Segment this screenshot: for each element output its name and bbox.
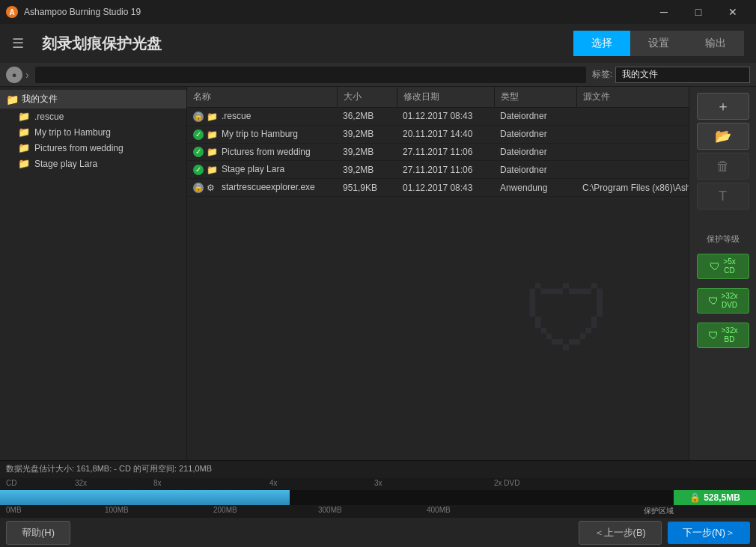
breadcrumb-path[interactable] [35,67,586,83]
tree-item-rescue[interactable]: 📁 .rescue [0,109,186,124]
cap-tick-2xdvd: 2x DVD [494,479,519,487]
page-title: 刻录划痕保护光盘 [42,34,561,54]
tree-item-stageplay[interactable]: 📁 Stage play Lara [0,156,186,171]
tab-select[interactable]: 选择 [573,31,630,56]
folder-open-icon: 📂 [715,128,731,144]
folder-icon: 📁 [18,142,30,153]
table-row[interactable]: 🔒📁.rescue36,2MB01.12.2017 08:43Dateiordn… [187,108,689,126]
file-name-text: .rescue [222,111,251,121]
cap-bar-fill [0,490,290,505]
cap-tick-3x: 3x [374,479,382,487]
add-icon: ＋ [716,97,730,115]
protection-badge-bd[interactable]: 🛡 >32xBD [697,323,749,348]
status-bar: 数据光盘估计大小: 161,8MB: - CD 的可用空间: 211,0MB [0,460,756,477]
col-header-size[interactable]: 大小 [337,87,397,108]
cap-mb-200: 200MB [213,506,237,514]
folder-icon: 📁 [18,126,30,138]
cap-tick-32x: 32x [75,479,87,487]
tree-item-hamburg[interactable]: 📁 My trip to Hamburg [0,124,186,140]
side-actions-panel: ＋ 📂 🗑 T 保护等级 🛡 >5xCD 🛡 >32xDVD 🛡 >32xBD [689,87,756,460]
text-button[interactable]: T [697,183,749,210]
files-table: 名称 大小 修改日期 类型 源文件 🔒📁.rescue36,2MB01.12.2… [187,87,689,197]
help-button[interactable]: 帮助(H) [6,521,70,545]
shield-icon-dvd: 🛡 [708,295,719,307]
table-row[interactable]: ✓📁My trip to Hamburg39,2MB20.11.2017 14:… [187,125,689,143]
file-type-icon: 📁 [207,165,219,175]
back-button[interactable]: ＜上一步(B) [579,521,662,545]
breadcrumb-bar: ● › 标签: [0,63,756,87]
dvd-label: >32xDVD [722,292,738,310]
file-type-icon: 📁 [207,129,219,140]
next-button[interactable]: 下一步(N)＞ [668,522,750,544]
file-date-cell: 27.11.2017 11:06 [397,161,494,179]
status-green-icon: ✓ [193,129,204,140]
col-header-type[interactable]: 类型 [494,87,576,108]
file-date-cell: 01.12.2017 08:43 [397,108,494,126]
file-table: 名称 大小 修改日期 类型 源文件 🔒📁.rescue36,2MB01.12.2… [187,87,689,460]
lock-icon: 🔒 [689,492,701,503]
table-row[interactable]: ✓📁Pictures from wedding39,2MB27.11.2017 … [187,143,689,161]
col-header-src[interactable]: 源文件 [576,87,689,108]
file-type-icon: 📁 [207,147,219,157]
table-row[interactable]: 🔒⚙startrescueexplorer.exe951,9KB01.12.20… [187,179,689,197]
protection-badge-dvd[interactable]: 🛡 >32xDVD [697,288,749,314]
tree-root-label: 我的文件 [22,93,58,106]
file-size-cell: 951,9KB [337,179,397,197]
tree-root-item[interactable]: 📁 我的文件 [0,90,186,109]
file-type-cell: Anwendung [494,179,576,197]
file-table-panel: 🛡 名称 大小 修改日期 类型 源文件 🔒📁.rescue36,2MB01.12… [187,87,689,460]
file-src-cell [576,161,689,179]
file-name-cell: ✓📁Pictures from wedding [187,143,337,161]
cap-mb-400: 400MB [427,506,451,514]
cap-mb-0: 0MB [6,506,22,514]
file-date-cell: 27.11.2017 11:06 [397,143,494,161]
file-name-text: Stage play Lara [222,164,284,174]
file-date-cell: 01.12.2017 08:43 [397,179,494,197]
file-type-icon: ⚙ [207,183,219,193]
shield-icon-cd: 🛡 [710,260,720,272]
col-header-name[interactable]: 名称 [187,87,337,108]
delete-button[interactable]: 🗑 [697,153,749,180]
tree-item-label: .rescue [34,111,64,122]
delete-icon: 🗑 [716,159,730,174]
open-folder-button[interactable]: 📂 [697,123,749,150]
file-type-cell: Dateiordner [494,125,576,143]
minimize-button[interactable]: ─ [647,0,681,24]
cap-tick-cd: CD [6,479,16,487]
shield-icon-bd: 🛡 [708,329,719,341]
root-folder-icon: 📁 [6,94,19,106]
table-header-row: 名称 大小 修改日期 类型 源文件 [187,87,689,108]
protection-size-label: 528,5MB [704,492,740,503]
file-type-cell: Dateiordner [494,161,576,179]
menu-icon[interactable]: ☰ [12,35,24,52]
bd-label: >32xBD [722,326,738,344]
protection-area-label: 保护区域 [644,506,674,516]
add-button[interactable]: ＋ [697,93,749,120]
cap-tick-4x: 4x [269,479,278,487]
file-src-cell: C:\Program Files (x86)\Ashampo [576,179,689,197]
label-input[interactable] [615,67,750,83]
file-type-cell: Dateiordner [494,143,576,161]
col-header-date[interactable]: 修改日期 [397,87,494,108]
cap-mb-300: 300MB [318,506,342,514]
file-name-cell: 🔒📁.rescue [187,108,337,126]
tree-item-label: Pictures from wedding [34,143,124,153]
file-name-text: My trip to Hamburg [222,129,298,139]
file-type-icon: 📁 [207,111,219,122]
file-name-cell: ✓📁Stage play Lara [187,161,337,179]
maximize-button[interactable]: □ [681,0,716,24]
cap-mb-100: 100MB [105,506,129,514]
tab-settings[interactable]: 设置 [630,31,687,56]
status-green-icon: ✓ [193,165,204,175]
status-lock-icon: 🔒 [193,183,204,193]
folder-icon: 📁 [18,111,30,122]
file-name-cell: ✓📁My trip to Hamburg [187,125,337,143]
label-tag: 标签: [592,68,612,81]
tree-item-wedding[interactable]: 📁 Pictures from wedding [0,140,186,156]
tab-output[interactable]: 输出 [687,31,744,56]
close-button[interactable]: ✕ [716,0,750,24]
window-title: Ashampoo Burning Studio 19 [24,7,641,17]
file-name-text: startrescueexplorer.exe [222,182,315,192]
table-row[interactable]: ✓📁Stage play Lara39,2MB27.11.2017 11:06D… [187,161,689,179]
protection-badge-cd[interactable]: 🛡 >5xCD [697,254,749,279]
